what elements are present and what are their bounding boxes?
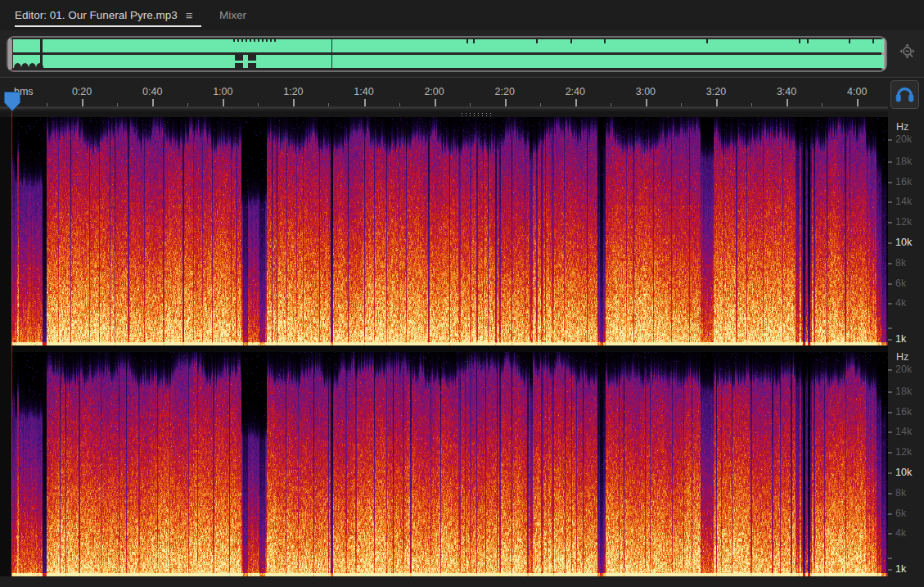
- spectral-bottom-strip: [0, 576, 888, 587]
- ruler-time-label: 4:00: [847, 86, 867, 97]
- freq-label: 1k: [895, 563, 906, 575]
- overview-quiet-mark: [570, 39, 572, 43]
- freq-tick: [888, 513, 892, 515]
- overview-quiet-mark: [331, 39, 332, 52]
- freq-tick: [888, 263, 892, 264]
- ruler-time-label: 3:00: [636, 86, 656, 97]
- overview-quiet-mark: [21, 63, 29, 68]
- freq-tick: [888, 533, 892, 535]
- freq-tick: [888, 493, 892, 494]
- freq-tick: [888, 431, 892, 433]
- overview-quiet-mark: [36, 63, 43, 68]
- ruler-time-label: 2:40: [566, 86, 585, 97]
- playhead-marker[interactable]: [2, 91, 22, 113]
- overview-block-gap: [243, 55, 248, 68]
- freq-tick: [888, 242, 892, 244]
- freq-label: 20k: [895, 363, 912, 375]
- panel-divider-grip[interactable]: [460, 112, 494, 116]
- editor-tab-label: Editor: 01. Our Funeral Pyre.mp3: [15, 9, 178, 21]
- headphones-icon: [891, 81, 918, 108]
- freq-tick: [888, 412, 892, 413]
- overview-left-handle[interactable]: [8, 38, 12, 70]
- freq-tick: [888, 161, 892, 163]
- frequency-scale: Hz20k18k16k14k12k10k8k6k4k1k: [888, 347, 924, 577]
- freq-tick: [888, 182, 892, 183]
- ruler-time-label: 1:20: [283, 86, 303, 97]
- freq-label: 1k: [895, 333, 906, 345]
- freq-tick: [888, 139, 892, 141]
- freq-label: 10k: [895, 237, 912, 248]
- ruler-time-label: 1:00: [213, 86, 232, 97]
- freq-label: 8k: [895, 257, 906, 269]
- freq-label: 18k: [895, 156, 912, 167]
- freq-unit-label: Hz: [896, 121, 908, 133]
- zoom-navigate-icon[interactable]: [897, 42, 918, 63]
- overview-quiet-mark: [849, 39, 850, 43]
- ruler-time-label: 3:40: [777, 86, 796, 97]
- freq-label: 10k: [895, 467, 912, 478]
- overview-quiet-mark: [807, 39, 809, 43]
- overview-quiet-mark: [706, 39, 708, 43]
- overview-quiet-mark: [467, 39, 468, 43]
- freq-label: 6k: [895, 278, 906, 289]
- tab-mixer[interactable]: Mixer: [219, 0, 246, 29]
- overview-quiet-mark: [14, 63, 21, 68]
- ruler-bottom-strip: [0, 106, 888, 109]
- freq-tick: [888, 201, 892, 203]
- freq-label: 4k: [895, 297, 906, 309]
- panel-tab-bar: Editor: 01. Our Funeral Pyre.mp3 ≡ Mixer: [0, 0, 924, 31]
- overview-quiet-mark: [536, 39, 538, 43]
- freq-label: 8k: [895, 487, 906, 499]
- freq-label: 12k: [895, 216, 912, 228]
- frequency-scale: Hz20k18k16k14k12k10k8k6k4k1k: [888, 117, 924, 347]
- overview-quiet-mark: [604, 39, 606, 43]
- freq-tick: [888, 327, 892, 329]
- overview-panel: [0, 30, 924, 77]
- freq-tick: [888, 452, 892, 454]
- active-tab-underline: [15, 25, 201, 27]
- freq-label: 12k: [895, 446, 912, 458]
- freq-label: 6k: [895, 508, 906, 519]
- overview-quiet-mark: [473, 39, 475, 43]
- overview-quiet-mark: [799, 39, 800, 43]
- spectrogram-left-channel[interactable]: [11, 117, 888, 345]
- spectrogram-right-channel[interactable]: [11, 352, 888, 576]
- audition-window: Editor: 01. Our Funeral Pyre.mp3 ≡ Mixer…: [0, 0, 924, 587]
- playhead-line: [11, 111, 12, 576]
- freq-label: 4k: [895, 527, 906, 539]
- freq-label: 14k: [895, 426, 912, 437]
- panel-divider[interactable]: [0, 111, 924, 117]
- freq-unit-label: Hz: [896, 351, 908, 363]
- ruler-time-label: 0:40: [142, 86, 162, 97]
- overview-quiet-mark: [331, 55, 332, 68]
- mixer-tab-label: Mixer: [219, 9, 246, 21]
- overview-quiet-mark: [29, 63, 36, 68]
- ruler-time-label: 0:20: [72, 86, 92, 97]
- ruler-time-label: 1:40: [354, 86, 373, 97]
- freq-tick: [888, 303, 892, 305]
- overview-quiet-mark: [40, 39, 43, 52]
- ruler-time-label: 2:20: [495, 86, 515, 97]
- freq-tick: [888, 558, 892, 559]
- freq-tick: [888, 283, 892, 285]
- freq-tick: [888, 391, 892, 393]
- ruler-time-label: 3:20: [706, 86, 726, 97]
- monitor-input-button[interactable]: [890, 80, 919, 109]
- freq-label: 18k: [895, 386, 912, 397]
- overview-top-dots: [233, 39, 276, 42]
- freq-tick: [888, 222, 892, 224]
- freq-tick: [888, 569, 892, 571]
- overview-waveform-left[interactable]: [13, 39, 884, 52]
- freq-label: 14k: [895, 196, 912, 207]
- overview-quiet-mark: [872, 39, 874, 43]
- freq-tick: [888, 369, 892, 371]
- freq-label: 16k: [895, 176, 912, 187]
- freq-tick: [888, 472, 892, 474]
- freq-label: 16k: [895, 406, 912, 418]
- freq-label: 20k: [895, 133, 912, 145]
- panel-menu-icon[interactable]: ≡: [186, 9, 193, 21]
- ruler-time-label: 2:00: [424, 86, 444, 97]
- overview-waveform-right[interactable]: [13, 55, 884, 68]
- freq-tick: [888, 339, 892, 341]
